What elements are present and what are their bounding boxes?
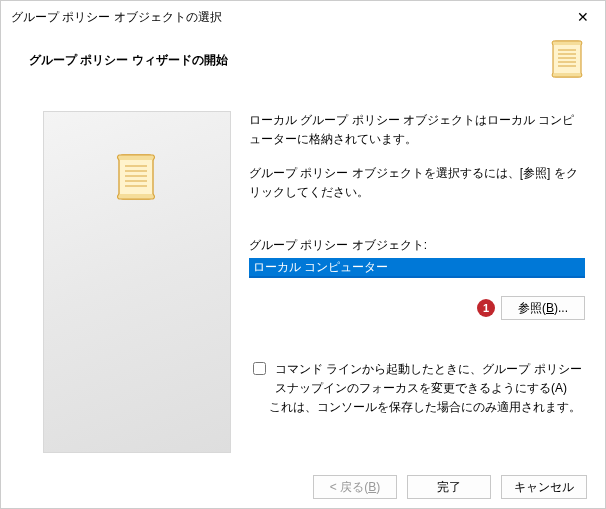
finish-button[interactable]: 完了: [407, 475, 491, 499]
focus-checkbox-note: これは、コンソールを保存した場合にのみ適用されます。: [269, 398, 585, 417]
gpo-input[interactable]: [249, 258, 585, 278]
browse-button[interactable]: 参照(B)...: [501, 296, 585, 320]
description-text-1: ローカル グループ ポリシー オブジェクトはローカル コンピューターに格納されて…: [249, 111, 585, 148]
focus-checkbox[interactable]: [253, 362, 266, 375]
focus-checkbox-label[interactable]: コマンド ラインから起動したときに、グループ ポリシー スナップインのフォーカス…: [275, 360, 585, 397]
wizard-right-pane: ローカル グループ ポリシー オブジェクトはローカル コンピューターに格納されて…: [249, 111, 585, 453]
wizard-title: グループ ポリシー ウィザードの開始: [29, 52, 228, 69]
svg-rect-0: [553, 41, 581, 77]
dialog-window: グループ ポリシー オブジェクトの選択 ✕ グループ ポリシー ウィザードの開始: [0, 0, 606, 509]
callout-marker-1: 1: [477, 299, 495, 317]
wizard-footer: < 戻る(B) 完了 キャンセル: [1, 463, 605, 509]
description-text-2: グループ ポリシー オブジェクトを選択するには、[参照] をクリックしてください…: [249, 164, 585, 201]
back-button-label: < 戻る(B): [330, 480, 380, 494]
close-icon[interactable]: ✕: [571, 7, 595, 27]
wizard-content: ローカル グループ ポリシー オブジェクトはローカル コンピューターに格納されて…: [1, 93, 605, 463]
cancel-button[interactable]: キャンセル: [501, 475, 587, 499]
titlebar: グループ ポリシー オブジェクトの選択 ✕: [1, 1, 605, 33]
browse-button-label: 参照(B)...: [518, 301, 568, 315]
focus-checkbox-row: コマンド ラインから起動したときに、グループ ポリシー スナップインのフォーカス…: [249, 360, 585, 397]
svg-rect-6: [119, 155, 153, 199]
wizard-header: グループ ポリシー ウィザードの開始: [1, 33, 605, 93]
browse-row: 1 参照(B)...: [249, 296, 585, 320]
wizard-banner: [43, 111, 231, 453]
window-title: グループ ポリシー オブジェクトの選択: [11, 9, 222, 26]
scroll-icon: [114, 152, 160, 204]
gpo-field-label: グループ ポリシー オブジェクト:: [249, 237, 585, 254]
scroll-icon: [549, 39, 587, 81]
back-button: < 戻る(B): [313, 475, 397, 499]
